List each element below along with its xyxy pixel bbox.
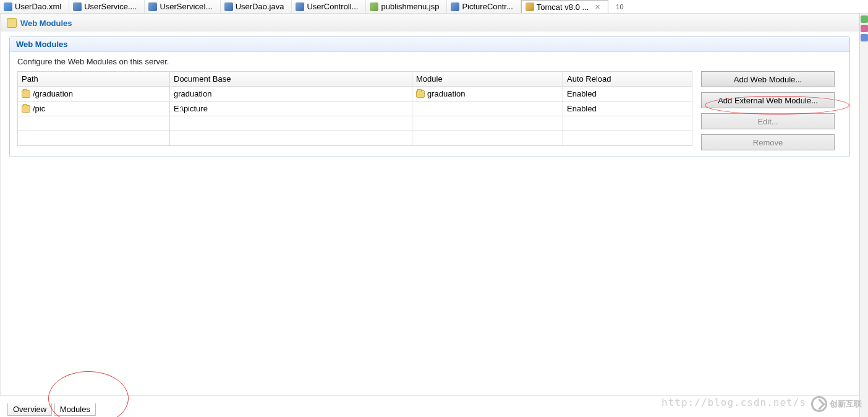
tab-label: publishmenu.jsp bbox=[381, 2, 439, 11]
cell-module: graduation bbox=[427, 89, 465, 98]
editor-main: Web Modules Web Modules Configure the We… bbox=[0, 14, 859, 396]
folder-icon bbox=[416, 90, 425, 98]
rt-icon-3[interactable] bbox=[861, 34, 868, 41]
file-type-icon bbox=[451, 2, 459, 11]
file-type-icon bbox=[73, 2, 82, 11]
column-header[interactable]: Document Base bbox=[170, 72, 412, 87]
editor-tab[interactable]: Tomcat v8.0 ...✕ bbox=[521, 0, 609, 14]
tab-label: UserServiceI... bbox=[160, 2, 212, 11]
folder-icon bbox=[22, 105, 30, 113]
button-column: Add Web Module... Add External Web Modul… bbox=[701, 71, 835, 150]
column-header[interactable]: Path bbox=[18, 72, 170, 87]
add-web-module-button[interactable]: Add Web Module... bbox=[701, 71, 835, 87]
section-title-bar: Web Modules bbox=[1, 14, 859, 32]
table-row-empty bbox=[18, 131, 692, 146]
close-icon[interactable]: ✕ bbox=[591, 3, 600, 11]
tab-label: UserDao.java bbox=[236, 2, 284, 11]
remove-button[interactable]: Remove bbox=[701, 134, 835, 150]
tab-label: PictureContr... bbox=[462, 2, 513, 11]
rt-icon-1[interactable] bbox=[861, 15, 868, 23]
tab-counter: 10 bbox=[608, 3, 623, 11]
rt-icon-2[interactable] bbox=[861, 25, 868, 32]
editor-tab[interactable]: UserServiceI... bbox=[145, 0, 220, 14]
editor-tab[interactable]: PictureContr... bbox=[447, 0, 521, 14]
modules-table[interactable]: PathDocument BaseModuleAuto Reload /grad… bbox=[17, 71, 692, 146]
panel-description: Configure the Web Modules on this server… bbox=[17, 57, 842, 66]
file-type-icon bbox=[370, 2, 378, 11]
right-toolbar bbox=[859, 14, 868, 417]
tab-label: Tomcat v8.0 ... bbox=[537, 2, 589, 12]
file-type-icon bbox=[148, 2, 157, 11]
column-header[interactable]: Module bbox=[412, 72, 563, 87]
table-header-row: PathDocument BaseModuleAuto Reload bbox=[18, 72, 692, 87]
web-modules-panel: Web Modules Configure the Web Modules on… bbox=[9, 37, 850, 157]
watermark-logo: 创新互联 bbox=[811, 396, 862, 412]
file-type-icon bbox=[296, 2, 304, 11]
cell-auto: Enabled bbox=[563, 87, 692, 101]
logo-text: 创新互联 bbox=[830, 398, 862, 410]
logo-icon bbox=[811, 396, 827, 412]
panel-header: Web Modules bbox=[10, 37, 849, 52]
folder-icon bbox=[22, 90, 30, 98]
tab-label: UserControll... bbox=[307, 2, 358, 11]
editor-tab[interactable]: publishmenu.jsp bbox=[366, 0, 447, 14]
web-module-icon bbox=[7, 18, 17, 28]
tab-label: UserDao.xml bbox=[15, 2, 61, 11]
cell-path: /pic bbox=[33, 104, 45, 113]
file-type-icon bbox=[224, 2, 233, 11]
edit-button[interactable]: Edit... bbox=[701, 113, 835, 129]
table-row[interactable]: /graduationgraduationgraduationEnabled bbox=[18, 87, 692, 101]
watermark-url: http://blog.csdn.net/s bbox=[662, 397, 806, 408]
editor-tab[interactable]: UserService.... bbox=[69, 0, 145, 14]
table-row[interactable]: /picE:\pictureEnabled bbox=[18, 101, 692, 116]
section-title: Web Modules bbox=[20, 19, 72, 28]
add-external-web-module-button[interactable]: Add External Web Module... bbox=[701, 92, 835, 108]
column-header[interactable]: Auto Reload bbox=[563, 72, 692, 87]
cell-auto: Enabled bbox=[563, 101, 692, 116]
editor-tab-bar: UserDao.xmlUserService....UserServiceI..… bbox=[0, 0, 868, 14]
editor-tab[interactable]: UserControll... bbox=[292, 0, 366, 14]
tab-overview[interactable]: Overview bbox=[7, 403, 52, 416]
bottom-tab-bar: Overview Modules bbox=[7, 403, 96, 417]
tab-modules[interactable]: Modules bbox=[54, 403, 96, 416]
file-type-icon bbox=[4, 2, 12, 11]
editor-tab[interactable]: UserDao.xml bbox=[0, 0, 69, 14]
table-row-empty bbox=[18, 116, 692, 131]
cell-path: /graduation bbox=[33, 89, 73, 98]
file-type-icon bbox=[525, 2, 534, 11]
cell-docbase: E:\picture bbox=[170, 101, 412, 116]
cell-docbase: graduation bbox=[170, 87, 412, 101]
editor-tab[interactable]: UserDao.java bbox=[221, 0, 292, 14]
tab-label: UserService.... bbox=[84, 2, 137, 11]
